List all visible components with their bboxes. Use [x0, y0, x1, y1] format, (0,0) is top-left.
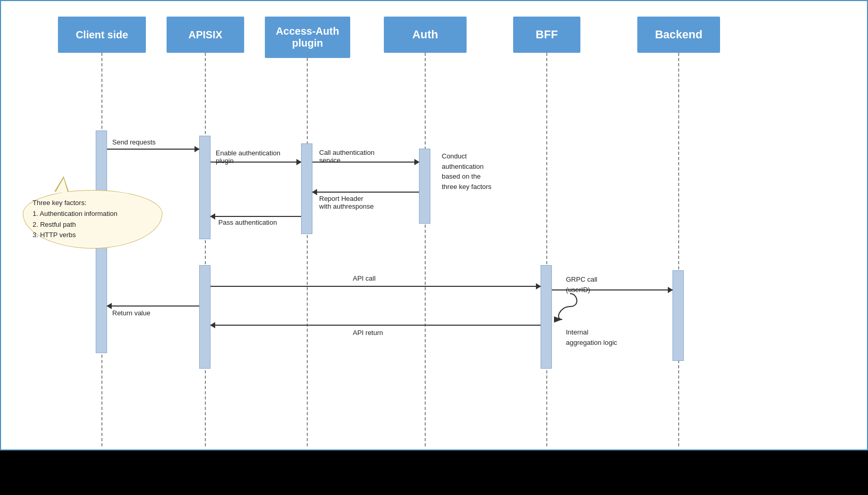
header-auth-plugin: Access-Auth plugin [265, 17, 350, 58]
label-conduct-auth: Conductauthenticationbased on thethree k… [442, 151, 491, 192]
speech-bubble: Three key factors: 1. Authentication inf… [23, 190, 162, 249]
lifeline-auth [425, 53, 426, 446]
lifeline-backend [678, 53, 679, 446]
label-api-call: API call [353, 274, 376, 282]
header-backend: Backend [637, 17, 720, 53]
arrow-api-return [211, 325, 541, 326]
label-return-value: Return value [112, 309, 151, 317]
lifeline-auth-plugin [307, 53, 308, 446]
header-apisix: APISIX [167, 17, 244, 53]
label-enable-auth-plugin: Enable authenticationplugin [216, 149, 280, 165]
activation-apisix-2 [199, 265, 211, 369]
label-internal-agg: Internalaggregation logic [566, 327, 617, 347]
label-send-requests: Send requests [112, 138, 156, 146]
header-bff: BFF [513, 17, 580, 53]
arrow-return-value [107, 305, 199, 307]
arrow-pass-auth [211, 216, 301, 217]
activation-backend [672, 270, 684, 361]
arrow-report-header [312, 192, 419, 193]
activation-auth-plugin [301, 143, 312, 234]
activation-auth [419, 149, 430, 224]
curved-arrow-grpc [547, 291, 578, 327]
arrow-api-call [211, 286, 541, 287]
lifeline-bff [546, 53, 547, 446]
label-call-auth-service: Call authenticationservice [319, 149, 375, 164]
black-bar [0, 450, 868, 495]
label-pass-auth: Pass authentication [218, 219, 277, 226]
header-client-side: Client side [58, 17, 146, 53]
activation-apisix-1 [199, 136, 211, 239]
header-auth: Auth [384, 17, 467, 53]
label-report-header: Report Headerwith authresponse [319, 195, 374, 210]
lifeline-apisix [205, 53, 206, 446]
sequence-diagram: Client side APISIX Access-Auth plugin Au… [0, 0, 868, 450]
label-api-return: API return [353, 329, 383, 337]
arrow-send-requests [107, 149, 199, 150]
